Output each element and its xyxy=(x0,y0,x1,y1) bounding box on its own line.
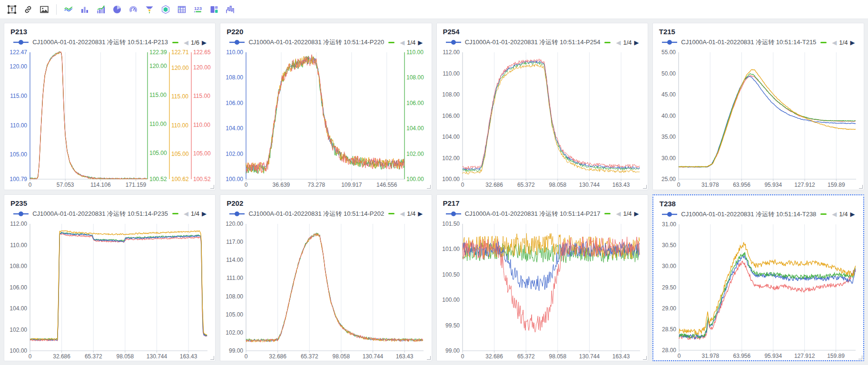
y-tick-label: 114.00 xyxy=(226,257,243,263)
resize-handle-icon[interactable] xyxy=(859,185,863,189)
y-tick-label: 30.50 xyxy=(662,242,676,249)
next-page-arrow[interactable]: ▶ xyxy=(202,210,207,217)
prev-page-arrow[interactable]: ◀ xyxy=(616,210,621,217)
hexagon-chart-icon[interactable] xyxy=(158,2,173,17)
chart-panel-T215[interactable]: T215CJ1000A-01-01-20220831 冷运转 10:51:14-… xyxy=(652,23,864,190)
chart-svg: 057.053114.106171.159122.47120.00115.001… xyxy=(4,48,215,190)
resize-handle-icon[interactable] xyxy=(643,356,647,360)
next-page-arrow[interactable]: ▶ xyxy=(634,39,639,46)
resize-handle-icon[interactable] xyxy=(858,355,862,359)
series-line-red xyxy=(679,76,856,167)
chart-panel-P254[interactable]: P254CJ1000A-01-01-20220831 冷运转 10:51:14-… xyxy=(436,23,648,190)
table-chart-icon[interactable] xyxy=(175,2,189,17)
series-legend-label[interactable]: CJ1000A-01-01-20220831 冷运转 10:51:14-T215 xyxy=(681,38,816,47)
series-legend-label[interactable]: CJ1000A-01-01-20220831 冷运转 10:51:14-P213 xyxy=(32,38,168,47)
series2-marker-icon[interactable] xyxy=(172,42,178,43)
legend-row: CJ1000A-01-01-20220831 冷运转 10:51:14-T238… xyxy=(653,209,863,220)
series-legend-label[interactable]: CJ1000A-01-01-20220831 冷运转 10:51:14-T238 xyxy=(681,210,816,219)
series-marker-icon[interactable] xyxy=(229,211,245,217)
resize-handle-icon[interactable] xyxy=(210,356,214,360)
chart-area[interactable]: 032.68665.37298.058130.744163.43101.5010… xyxy=(437,220,648,361)
layout-icon[interactable] xyxy=(207,2,221,17)
series-marker-icon[interactable] xyxy=(13,211,29,217)
page-indicator: 1/4 xyxy=(407,210,415,217)
prev-page-arrow[interactable]: ◀ xyxy=(400,210,404,217)
line-chart-icon[interactable] xyxy=(61,2,76,17)
chart-panel-P202[interactable]: P202CJ1000A-01-01-20220831 冷运转 10:51:14-… xyxy=(220,194,432,362)
prev-page-arrow[interactable]: ◀ xyxy=(184,39,188,46)
series-legend-label[interactable]: CJ1000A-01-01-20220831 冷运转 10:51:14-P254 xyxy=(465,38,601,47)
trend-chart-icon[interactable] xyxy=(94,2,108,17)
resize-handle-icon[interactable] xyxy=(210,185,214,189)
series2-marker-icon[interactable] xyxy=(604,213,611,214)
prev-page-arrow[interactable]: ◀ xyxy=(832,211,837,218)
x-tick-label: 98.058 xyxy=(333,353,350,360)
series-marker-icon[interactable] xyxy=(661,211,678,217)
y-tick-label: 106.00 xyxy=(10,284,27,290)
y-tick-label: 102.00 xyxy=(10,326,27,333)
pie-chart-icon[interactable] xyxy=(110,2,124,17)
chart-area[interactable]: 057.053114.106171.159122.47120.00115.001… xyxy=(4,48,215,190)
chart-area[interactable]: 031.97863.95695.934127.912159.8931.0030.… xyxy=(653,220,863,361)
series2-marker-icon[interactable] xyxy=(172,213,178,214)
chart-area[interactable]: 031.97863.95695.934127.912159.8955.0050.… xyxy=(653,48,864,190)
legend-row: CJ1000A-01-01-20220831 冷运转 10:51:14-P254… xyxy=(437,37,648,48)
y-tick-label: 122.47 xyxy=(10,49,27,56)
prev-page-arrow[interactable]: ◀ xyxy=(400,39,404,46)
chart-panel-P213[interactable]: P213CJ1000A-01-01-20220831 冷运转 10:51:14-… xyxy=(4,23,216,190)
next-page-arrow[interactable]: ▶ xyxy=(850,211,855,218)
gauge-chart-icon[interactable] xyxy=(126,2,140,17)
bar-chart-icon[interactable] xyxy=(78,2,92,17)
chart-panel-P217[interactable]: P217CJ1000A-01-01-20220831 冷运转 10:51:14-… xyxy=(436,194,648,362)
x-tick-label: 159.89 xyxy=(828,182,845,188)
resize-handle-icon[interactable] xyxy=(427,185,431,189)
series2-marker-icon[interactable] xyxy=(388,42,395,43)
chart-area[interactable]: 032.68665.37298.058130.744163.43112.0011… xyxy=(4,220,215,361)
resize-handle-icon[interactable] xyxy=(643,185,647,189)
series-marker-icon[interactable] xyxy=(445,211,462,217)
prev-page-arrow[interactable]: ◀ xyxy=(616,39,621,46)
funnel-chart-icon[interactable] xyxy=(142,2,157,17)
x-tick-label: 32.686 xyxy=(269,353,287,360)
chart-area[interactable]: 032.68665.37298.058130.744163.43112.0011… xyxy=(437,48,648,190)
legend-row: CJ1000A-01-01-20220831 冷运转 10:51:14-T215… xyxy=(653,37,864,48)
next-page-arrow[interactable]: ▶ xyxy=(418,39,423,46)
series-marker-icon[interactable] xyxy=(229,39,245,45)
next-page-arrow[interactable]: ▶ xyxy=(634,210,639,217)
chart-panel-P220[interactable]: P220CJ1000A-01-01-20220831 冷运转 10:51:14-… xyxy=(220,23,432,190)
number-card-icon[interactable]: 123 xyxy=(191,2,205,17)
histogram-chart-icon[interactable] xyxy=(223,2,237,17)
resize-handle-icon[interactable] xyxy=(427,356,431,360)
next-page-arrow[interactable]: ▶ xyxy=(202,39,207,46)
y-tick-label: 100.00 xyxy=(226,176,244,182)
text-frame-icon[interactable]: T xyxy=(5,2,19,17)
chart-area[interactable]: 032.68665.37298.058130.744163.43120.0011… xyxy=(220,220,431,361)
series-marker-icon[interactable] xyxy=(445,39,462,45)
series-marker-icon[interactable] xyxy=(13,39,29,45)
chart-panel-T238[interactable]: T238CJ1000A-01-01-20220831 冷运转 10:51:14-… xyxy=(652,194,864,362)
x-tick-label: 31.978 xyxy=(701,182,719,188)
series2-marker-icon[interactable] xyxy=(388,213,395,214)
chart-area[interactable]: 036.63973.278109.917146.556110.00108.001… xyxy=(220,48,431,190)
series-legend-label[interactable]: CJ1000A-01-01-20220831 冷运转 10:51:14-P220 xyxy=(248,38,384,47)
series2-marker-icon[interactable] xyxy=(820,42,827,43)
y-tick-label-right: 104.00 xyxy=(406,125,424,132)
x-tick-label: 130.744 xyxy=(579,353,600,360)
image-icon[interactable] xyxy=(37,2,51,17)
next-page-arrow[interactable]: ▶ xyxy=(850,39,855,46)
y-tick-label-right: 110.00 xyxy=(149,121,167,127)
series-marker-icon[interactable] xyxy=(661,39,678,45)
x-tick-label: 98.058 xyxy=(549,182,566,188)
y-tick-label: 30.00 xyxy=(662,263,676,269)
prev-page-arrow[interactable]: ◀ xyxy=(832,39,837,46)
link-icon[interactable] xyxy=(21,2,35,17)
series-legend-label[interactable]: CJ1000A-01-01-20220831 冷运转 10:51:14-P202 xyxy=(248,210,384,218)
next-page-arrow[interactable]: ▶ xyxy=(418,210,423,217)
series2-marker-icon[interactable] xyxy=(820,213,827,215)
x-tick-label: 65.372 xyxy=(85,353,102,360)
series-legend-label[interactable]: CJ1000A-01-01-20220831 冷运转 10:51:14-P235 xyxy=(32,210,168,218)
series2-marker-icon[interactable] xyxy=(604,42,611,43)
chart-panel-P235[interactable]: P235CJ1000A-01-01-20220831 冷运转 10:51:14-… xyxy=(4,194,216,362)
prev-page-arrow[interactable]: ◀ xyxy=(184,210,188,217)
series-legend-label[interactable]: CJ1000A-01-01-20220831 冷运转 10:51:14-P217 xyxy=(465,210,601,218)
